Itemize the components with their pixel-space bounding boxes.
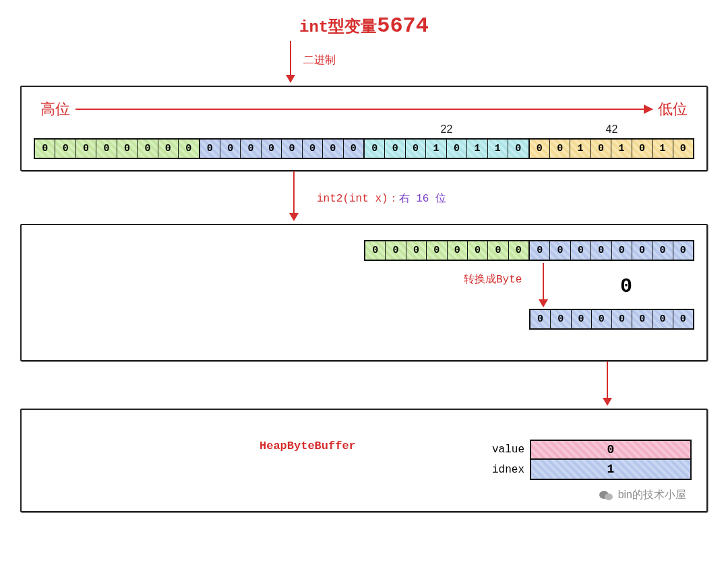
watermark-text: bin的技术小屋 xyxy=(618,488,686,502)
arrow-3-line xyxy=(543,263,544,302)
result-decimal: 0 xyxy=(620,275,632,298)
convert-label: 转换成Byte xyxy=(464,272,522,287)
arrow-2-head xyxy=(289,213,299,221)
arrow-4-line xyxy=(607,361,608,400)
title-number: 5674 xyxy=(377,13,429,38)
arrow-1-line xyxy=(290,41,291,78)
index-label: idnex xyxy=(489,460,530,480)
bits-row-32: 00000000 00000000 00010110 00101010 xyxy=(34,138,694,159)
arrow-2-line xyxy=(293,171,295,216)
byte-val-3: 42 xyxy=(529,123,694,136)
shift-action: 右 16 位 xyxy=(399,193,446,205)
arrow-shift-right: int2(int x)：右 16 位 xyxy=(20,171,708,224)
low-bit-label: 低位 xyxy=(658,99,688,119)
result-byte: 00000000 xyxy=(529,309,694,330)
byte-val-1 xyxy=(199,123,364,136)
shifted-byte-low: 00000000 xyxy=(528,240,694,261)
arrow-to-buffer xyxy=(20,361,708,409)
arrow-3-head xyxy=(539,299,548,307)
box-binary-32bit: 高位 低位 22 42 00000000 00000000 00010110 0… xyxy=(20,86,708,171)
heap-buffer-label: HeapByteBuffer xyxy=(260,440,356,452)
byte-1: 00000000 xyxy=(199,138,365,159)
shift-label: int2(int x)：右 16 位 xyxy=(317,191,446,206)
watermark: bin的技术小屋 xyxy=(599,488,686,502)
arrow-1-label: 二进制 xyxy=(303,53,336,67)
byte-val-0 xyxy=(34,123,199,136)
buffer-table: value 0 idnex 1 xyxy=(489,440,692,480)
wechat-icon xyxy=(599,489,614,502)
value-label: value xyxy=(489,440,530,460)
byte-3: 00101010 xyxy=(528,138,695,159)
shifted-16-bits: 00000000 00000000 xyxy=(364,240,694,261)
high-to-low-arrow xyxy=(75,109,653,110)
box-heap-byte-buffer: HeapByteBuffer value 0 idnex 1 bin的技术小屋 xyxy=(20,409,708,512)
title-prefix: int型变量 xyxy=(299,18,377,36)
diagram-title: int型变量5674 xyxy=(7,13,721,38)
arrow-4-head xyxy=(603,398,612,406)
arrow-1-head xyxy=(286,75,295,83)
shifted-byte-high: 00000000 xyxy=(364,240,530,261)
high-bit-label: 高位 xyxy=(40,99,70,119)
value-cell: 0 xyxy=(530,440,692,460)
result-byte-bits: 00000000 xyxy=(529,309,694,330)
byte-value-labels: 22 42 xyxy=(34,123,694,136)
byte-0: 00000000 xyxy=(34,138,200,159)
box-shifted-16bit: 00000000 00000000 转换成Byte 0 00000000 xyxy=(20,224,708,361)
byte-2: 00010110 xyxy=(363,138,530,159)
index-cell: 1 xyxy=(530,460,692,480)
byte-val-2: 22 xyxy=(364,123,529,136)
shift-fn: int2(int x)： xyxy=(317,193,399,205)
